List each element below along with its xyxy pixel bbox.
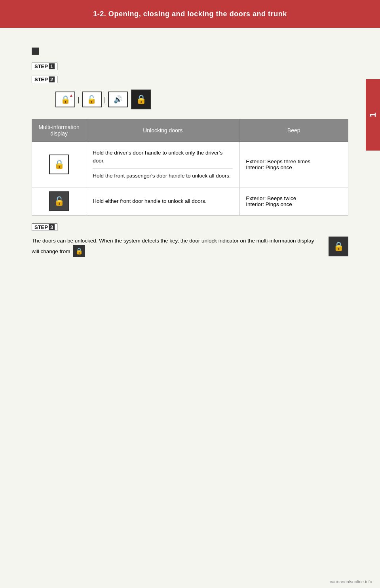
step1-label: STEP1 bbox=[32, 63, 57, 70]
table-row-1: 🔓Hold either front door handle to unlock… bbox=[32, 187, 348, 215]
lock-partial-icon: 🔒 ▲ bbox=[55, 92, 75, 107]
beep-cell-0: Exterior: Beeps three times Interior: Pi… bbox=[239, 142, 348, 187]
unlock-text-1-0: Hold either front door handle to unlock … bbox=[93, 194, 233, 208]
col-unlocking: Unlocking doors bbox=[86, 119, 239, 142]
step1-block: STEP1 bbox=[32, 63, 348, 73]
table-row-0: 🔒Hold the driver's door handle to unlock… bbox=[32, 142, 348, 187]
unlock-text-0-0: Hold the driver's door handle to unlock … bbox=[93, 146, 233, 168]
step2-num: 2 bbox=[49, 76, 55, 82]
icon-cell-1: 🔓 bbox=[32, 187, 86, 215]
icon-separator-1: | bbox=[77, 95, 80, 104]
step2-row: STEP2 bbox=[32, 76, 348, 86]
display-icon-0: 🔒 bbox=[49, 155, 69, 174]
unlock-text-0-1: Hold the front passenger's door handle t… bbox=[93, 168, 233, 183]
unlock-wavy-icon: 🔓 bbox=[82, 92, 102, 107]
footer-url: carmanualsonline.info bbox=[330, 579, 372, 584]
display-icon-1: 🔓 bbox=[49, 191, 69, 211]
col-beep: Beep bbox=[239, 119, 348, 142]
step2-label: STEP2 bbox=[32, 76, 57, 83]
icons-row: 🔒 ▲ | 🔓 | 🔊 🔒 bbox=[55, 90, 348, 109]
step3-num: 3 bbox=[49, 224, 55, 230]
side-tab-number: 1 bbox=[368, 113, 378, 117]
sound-icon-box: 🔊 bbox=[108, 92, 128, 107]
step3-content: The doors can be unlocked. When the syst… bbox=[32, 237, 348, 257]
step3-area: STEP3 The doors can be unlocked. When th… bbox=[32, 223, 348, 257]
icon-separator-2: | bbox=[103, 95, 107, 104]
main-content: STEP1 STEP2 🔒 ▲ | 🔓 | bbox=[0, 28, 380, 273]
section-marker bbox=[32, 48, 39, 55]
icon-cell-0: 🔒 bbox=[32, 142, 86, 187]
step2-block: STEP2 🔒 ▲ | 🔓 | 🔊 🔒 bbox=[32, 76, 348, 109]
lock-solid-icon: 🔒 bbox=[131, 90, 151, 109]
header-bar: 1-2. Opening, closing and locking the do… bbox=[0, 0, 380, 28]
step3-icon-before: 🔒 bbox=[73, 245, 85, 257]
col-display: Multi-information display bbox=[32, 119, 86, 142]
header-title: 1-2. Opening, closing and locking the do… bbox=[93, 10, 287, 18]
step1-row: STEP1 bbox=[32, 63, 348, 73]
unlock-cell-1: Hold either front door handle to unlock … bbox=[86, 187, 239, 215]
info-table: Multi-information display Unlocking door… bbox=[32, 119, 348, 216]
footer: carmanualsonline.info bbox=[330, 579, 372, 584]
beep-cell-1: Exterior: Beeps twice Interior: Pings on… bbox=[239, 187, 348, 215]
step3-unlock-indicator: 🔒 bbox=[329, 237, 348, 256]
unlock-cell-0: Hold the driver's door handle to unlock … bbox=[86, 142, 239, 187]
step3-label: STEP3 bbox=[32, 223, 57, 231]
step1-num: 1 bbox=[49, 63, 55, 69]
side-tab: 1 bbox=[366, 79, 380, 151]
step3-text: The doors can be unlocked. When the syst… bbox=[32, 237, 321, 257]
step3-row: STEP3 bbox=[32, 223, 348, 233]
